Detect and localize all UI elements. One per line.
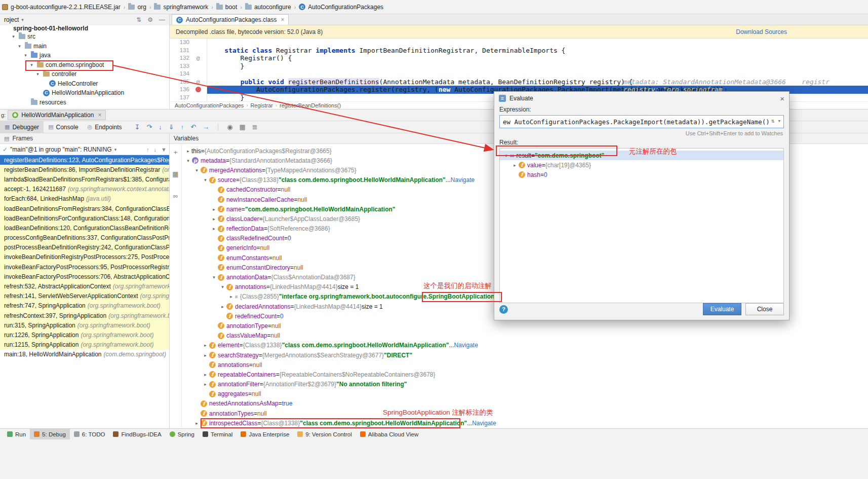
variable-row[interactable]: ▾∞result = "com.demo.springboot" bbox=[500, 151, 783, 160]
expand-toggle[interactable]: ▸ bbox=[193, 421, 200, 426]
stack-frame[interactable]: loadBeanDefinitionsForConfigurationClass… bbox=[0, 213, 169, 223]
expand-toggle[interactable]: ▸ bbox=[185, 149, 191, 154]
force-step-into-icon[interactable]: ⇓ bbox=[169, 123, 174, 131]
close-icon[interactable]: × bbox=[98, 112, 101, 119]
expand-toggle[interactable]: ▸ bbox=[219, 304, 226, 309]
stack-frame[interactable]: accept:-1, 1624211687(org.springframewor… bbox=[0, 185, 169, 194]
debug-session-tab[interactable]: HelloWorldMainApplication × bbox=[8, 110, 106, 120]
project-root[interactable]: spring-boot-01-helloworld bbox=[0, 25, 169, 32]
tree-toggle[interactable]: ▾ bbox=[28, 62, 35, 67]
variable-row[interactable]: fnestedAnnotationsAsMap = true bbox=[182, 399, 868, 409]
variable-row[interactable]: fannotationTypes = null bbox=[182, 409, 868, 418]
code-text[interactable]: static class Registrar implements Import… bbox=[207, 47, 868, 55]
breadcrumb-item[interactable]: g-boot-autoconfigure-2.2.1.RELEASE.jar bbox=[1, 4, 122, 11]
project-tree-item[interactable]: CHelloWorldMainApplication bbox=[0, 88, 169, 98]
expand-toggle[interactable]: ▾ bbox=[503, 153, 509, 158]
expand-toggle[interactable]: ▸ bbox=[228, 294, 234, 299]
code-text[interactable]: Registrar() { bbox=[207, 54, 868, 62]
expand-toggle[interactable]: ▾ bbox=[211, 275, 217, 280]
variable-row[interactable]: faggregates = null bbox=[182, 389, 868, 399]
navigate-link[interactable]: Navigate bbox=[472, 420, 496, 427]
tab-console[interactable]: ▤Console bbox=[44, 121, 83, 133]
stack-frame[interactable]: registerBeanDefinitions:86, ImportBeanDe… bbox=[0, 165, 169, 174]
toolwindow-button-5-debug[interactable]: 5: Debug bbox=[30, 429, 70, 439]
variable-row[interactable]: ▸fsearchStrategy = {MergedAnnotations$Se… bbox=[182, 350, 868, 360]
stack-frame[interactable]: refresh:141, ServletWebServerApplication… bbox=[0, 291, 169, 301]
stack-frame[interactable]: main:18, HelloWorldMainApplication(com.d… bbox=[0, 350, 169, 359]
expand-toggle[interactable]: ▸ bbox=[211, 216, 217, 222]
breadcrumb-item[interactable]: CAutoConfigurationPackages bbox=[298, 4, 384, 11]
expand-toggle[interactable]: ▾ bbox=[202, 177, 209, 182]
tree-toggle[interactable]: ▾ bbox=[10, 34, 17, 39]
stack-frame[interactable]: run:1215, SpringApplication(org.springfr… bbox=[0, 340, 169, 350]
gear-icon[interactable]: ⚙ bbox=[147, 16, 153, 23]
expand-toggle[interactable]: ▾ bbox=[219, 284, 226, 289]
expand-toggle[interactable]: ▸ bbox=[202, 353, 209, 358]
tab-endpoints[interactable]: ◎Endpoints bbox=[83, 121, 127, 133]
expand-toggle[interactable]: ▸ bbox=[202, 382, 209, 387]
show-execution-point-icon[interactable]: ↧ bbox=[135, 123, 140, 131]
stack-frame[interactable]: lambda$loadBeanDefinitionsFromRegistrars… bbox=[0, 174, 169, 184]
expression-input[interactable]: ew AutoConfigurationPackages.PackageImpo… bbox=[499, 115, 784, 128]
toolwindow-button-6-todo[interactable]: 6: TODO bbox=[70, 429, 109, 439]
stack-frame[interactable]: postProcessBeanDefinitionRegistry:242, C… bbox=[0, 243, 169, 252]
variable-row[interactable]: ▸felement = {Class@1338} "class com.demo… bbox=[182, 341, 868, 350]
project-tree-item[interactable]: ▾controller bbox=[0, 69, 169, 79]
breadcrumb-item[interactable]: springframework bbox=[153, 4, 209, 11]
toolwindow-button-findbugs-idea[interactable]: FindBugs-IDEA bbox=[109, 429, 165, 439]
view-breakpoints-icon[interactable]: ◉ bbox=[227, 123, 232, 131]
expand-toggle[interactable]: ▸ bbox=[511, 163, 518, 168]
variable-row[interactable]: ▸fannotationFilter = {AnnotationFilter$2… bbox=[182, 380, 868, 389]
stack-frame[interactable]: run:1226, SpringApplication(org.springfr… bbox=[0, 330, 169, 340]
stack-frame[interactable]: refresh:747, SpringApplication(org.sprin… bbox=[0, 301, 169, 311]
stack-frame[interactable]: invokeBeanDefinitionRegistryPostProcesso… bbox=[0, 252, 169, 262]
scroll-from-source-icon[interactable]: ⇅ bbox=[136, 16, 141, 23]
project-tree-item[interactable]: ▾java bbox=[0, 51, 169, 60]
history-chevron-icon[interactable]: ▾ bbox=[777, 118, 781, 124]
expand-toggle[interactable]: ▸ bbox=[211, 207, 217, 212]
evaluate-button[interactable]: Evaluate bbox=[703, 303, 741, 315]
close-icon[interactable]: × bbox=[780, 94, 784, 103]
variable-row[interactable]: ▸fvalue = {char[19]@4365} bbox=[500, 160, 783, 170]
expand-toggle[interactable]: ▾ bbox=[193, 168, 200, 173]
project-tree-item[interactable]: resources bbox=[0, 98, 169, 107]
stack-frame[interactable]: processConfigBeanDefinitions:337, Config… bbox=[0, 233, 169, 243]
add-watch-icon[interactable]: + bbox=[174, 149, 178, 156]
hide-panel-icon[interactable]: — bbox=[159, 16, 165, 23]
tab-autoconfigurationpackages[interactable]: C AutoConfigurationPackages.class × bbox=[172, 14, 289, 25]
run-to-cursor-icon[interactable]: → bbox=[203, 123, 209, 131]
expand-toggle[interactable]: ▸ bbox=[211, 226, 217, 231]
chevron-down-icon[interactable]: ▾ bbox=[21, 17, 24, 22]
code-text[interactable] bbox=[207, 39, 868, 47]
breadcrumb-item[interactable]: boot bbox=[215, 4, 238, 11]
settings-menu-icon[interactable]: ≣ bbox=[252, 123, 258, 131]
table-view-icon[interactable]: ▦ bbox=[240, 123, 246, 131]
stack-frame[interactable]: forEach:684, LinkedHashMap(java.util) bbox=[0, 194, 169, 204]
project-panel-title[interactable]: roject bbox=[4, 16, 19, 23]
tab-debugger[interactable]: ▦Debugger bbox=[0, 121, 44, 133]
next-frame-icon[interactable]: ↓ bbox=[154, 146, 157, 153]
toolwindow-button-terminal[interactable]: Terminal bbox=[199, 429, 236, 439]
variable-row[interactable]: fclassValueMap = null bbox=[182, 331, 868, 341]
variable-row[interactable]: fhash = 0 bbox=[500, 170, 783, 179]
code-text[interactable] bbox=[207, 70, 868, 78]
variable-row[interactable]: ▸frepeatableContainers = {RepeatableCont… bbox=[182, 370, 868, 379]
breadcrumb-item[interactable]: autoconfigure bbox=[244, 4, 292, 11]
tree-toggle[interactable]: ▾ bbox=[16, 44, 23, 49]
project-tree-item[interactable]: ▾main bbox=[0, 42, 169, 51]
navigate-link[interactable]: Navigate bbox=[451, 176, 475, 183]
stack-frame[interactable]: registerBeanDefinitions:123, AutoConfigu… bbox=[0, 155, 169, 165]
tree-toggle[interactable]: ▾ bbox=[22, 53, 29, 58]
expand-toggle[interactable]: ▸ bbox=[202, 343, 209, 348]
close-button[interactable]: Close bbox=[745, 303, 784, 315]
toolwindow-button-alibaba-cloud-view[interactable]: Alibaba Cloud View bbox=[356, 429, 423, 439]
layout-icon[interactable]: ▦ bbox=[172, 170, 178, 178]
stack-frame[interactable]: refresh:532, AbstractApplicationContext(… bbox=[0, 281, 169, 291]
breakpoint-icon[interactable] bbox=[195, 87, 201, 92]
breadcrumb-item[interactable]: registerBeanDefinitions() bbox=[280, 102, 341, 108]
previous-frame-icon[interactable]: ↑ bbox=[146, 146, 149, 153]
stack-frame[interactable]: run:315, SpringApplication(org.springfra… bbox=[0, 320, 169, 330]
watches-icon[interactable]: ∞ bbox=[173, 192, 178, 200]
code-text[interactable]: public void registerBeanDefinitions(Anno… bbox=[207, 78, 868, 86]
toolwindow-button-java-enterprise[interactable]: Java Enterprise bbox=[236, 429, 293, 439]
